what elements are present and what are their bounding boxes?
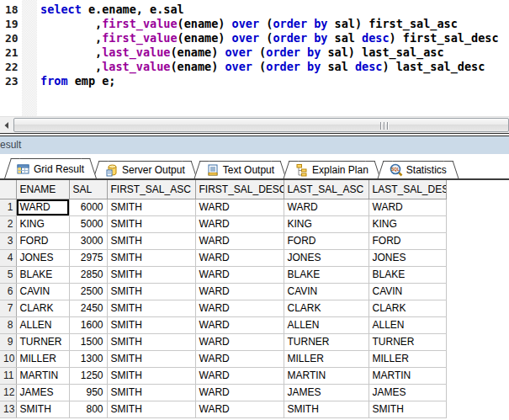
column-header-last_sal_desc[interactable]: LAST_SAL_DESC <box>368 180 446 199</box>
cell-ename[interactable]: FORD <box>16 232 69 249</box>
cell-first_sal_desc[interactable]: WARD <box>195 384 284 401</box>
column-header-last_sal_asc[interactable]: LAST_SAL_ASC <box>284 180 368 199</box>
horizontal-scrollbar[interactable] <box>0 116 509 133</box>
sql-editor[interactable]: 181920212223 select e.ename, e.sal ,firs… <box>0 0 509 116</box>
cell-sal[interactable]: 800 <box>69 401 107 417</box>
cell-last_sal_asc[interactable]: JAMES <box>284 384 368 401</box>
cell-ename[interactable]: WARD <box>16 199 69 215</box>
cell-last_sal_desc[interactable]: JAMES <box>368 384 446 401</box>
cell-first_sal_desc[interactable]: WARD <box>195 350 284 367</box>
column-header-sal[interactable]: SAL <box>69 180 107 199</box>
code-line-23[interactable]: from emp e; <box>40 74 509 88</box>
cell-first_sal_asc[interactable]: SMITH <box>107 316 195 333</box>
code-line-18[interactable]: select e.ename, e.sal <box>40 3 509 17</box>
cell-sal[interactable]: 2450 <box>69 300 107 316</box>
cell-ename[interactable]: KING <box>16 215 69 232</box>
cell-first_sal_asc[interactable]: SMITH <box>107 384 195 401</box>
cell-first_sal_asc[interactable]: SMITH <box>107 333 195 350</box>
cell-ename[interactable]: JAMES <box>16 384 69 401</box>
cell-ename[interactable]: TURNER <box>16 333 69 350</box>
cell-first_sal_desc[interactable]: WARD <box>195 367 284 384</box>
cell-sal[interactable]: 1600 <box>69 316 107 333</box>
row-number-cell[interactable]: 3 <box>0 232 16 249</box>
row-number-cell[interactable]: 7 <box>0 300 16 316</box>
row-number-cell[interactable]: 5 <box>0 266 16 283</box>
cell-last_sal_desc[interactable]: KING <box>368 215 446 232</box>
cell-first_sal_asc[interactable]: SMITH <box>107 350 195 367</box>
cell-first_sal_desc[interactable]: WARD <box>195 249 284 266</box>
code-line-22[interactable]: ,last_value(ename) over (order by sal de… <box>40 60 509 74</box>
column-header-first_sal_asc[interactable]: FIRST_SAL_ASC <box>107 180 195 199</box>
cell-first_sal_desc[interactable]: WARD <box>195 199 284 215</box>
cell-first_sal_asc[interactable]: SMITH <box>107 266 195 283</box>
cell-first_sal_asc[interactable]: SMITH <box>107 283 195 300</box>
column-header-first_sal_desc[interactable]: FIRST_SAL_DESC <box>195 180 284 199</box>
cell-last_sal_desc[interactable]: CAVIN <box>368 283 446 300</box>
row-number-cell[interactable]: 11 <box>0 367 16 384</box>
row-number-cell[interactable]: 10 <box>0 350 16 367</box>
tab-server-output[interactable]: Server Output <box>100 161 190 178</box>
cell-sal[interactable]: 5000 <box>69 215 107 232</box>
cell-last_sal_asc[interactable]: MILLER <box>284 350 368 367</box>
cell-last_sal_desc[interactable]: TURNER <box>368 333 446 350</box>
column-header-ename[interactable]: ENAME <box>16 180 69 199</box>
cell-first_sal_asc[interactable]: SMITH <box>107 215 195 232</box>
cell-sal[interactable]: 2850 <box>69 266 107 283</box>
cell-last_sal_desc[interactable]: CLARK <box>368 300 446 316</box>
cell-ename[interactable]: BLAKE <box>16 266 69 283</box>
row-number-cell[interactable]: 8 <box>0 316 16 333</box>
cell-last_sal_desc[interactable]: MILLER <box>368 350 446 367</box>
scrollbar-thumb[interactable] <box>13 118 509 132</box>
code-line-20[interactable]: ,first_value(ename) over (order by sal d… <box>40 31 509 45</box>
scrollbar-track[interactable] <box>13 117 509 133</box>
cell-last_sal_desc[interactable]: FORD <box>368 232 446 249</box>
cell-last_sal_desc[interactable]: MARTIN <box>368 367 446 384</box>
cell-ename[interactable]: CLARK <box>16 300 69 316</box>
cell-first_sal_asc[interactable]: SMITH <box>107 367 195 384</box>
cell-last_sal_asc[interactable]: BLAKE <box>284 266 368 283</box>
cell-last_sal_asc[interactable]: SMITH <box>284 401 368 417</box>
tab-explain-plan[interactable]: Explain Plan <box>290 161 374 178</box>
row-number-cell[interactable]: 4 <box>0 249 16 266</box>
code-line-21[interactable]: ,last_value(ename) over (order by sal) l… <box>40 45 509 60</box>
cell-sal[interactable]: 1250 <box>69 367 107 384</box>
cell-last_sal_asc[interactable]: ALLEN <box>284 316 368 333</box>
cell-first_sal_desc[interactable]: WARD <box>195 333 284 350</box>
cell-first_sal_asc[interactable]: SMITH <box>107 300 195 316</box>
cell-first_sal_desc[interactable]: WARD <box>195 215 284 232</box>
cell-last_sal_desc[interactable]: JONES <box>368 249 446 266</box>
cell-sal[interactable]: 2500 <box>69 283 107 300</box>
cell-sal[interactable]: 1500 <box>69 333 107 350</box>
scroll-left-button[interactable] <box>0 117 13 133</box>
cell-last_sal_asc[interactable]: TURNER <box>284 333 368 350</box>
cell-ename[interactable]: SMITH <box>16 401 69 417</box>
cell-first_sal_desc[interactable]: WARD <box>195 401 284 417</box>
tab-grid-result[interactable]: Grid Result <box>12 158 89 178</box>
row-number-cell[interactable]: 6 <box>0 283 16 300</box>
cell-last_sal_asc[interactable]: KING <box>284 215 368 232</box>
cell-last_sal_asc[interactable]: FORD <box>284 232 368 249</box>
tab-statistics[interactable]: SQLStatistics <box>384 161 452 178</box>
cell-first_sal_desc[interactable]: WARD <box>195 283 284 300</box>
cell-ename[interactable]: MILLER <box>16 350 69 367</box>
row-number-cell[interactable]: 13 <box>0 401 16 417</box>
cell-ename[interactable]: ALLEN <box>16 316 69 333</box>
cell-last_sal_asc[interactable]: CLARK <box>284 300 368 316</box>
cell-first_sal_asc[interactable]: SMITH <box>107 199 195 215</box>
row-number-cell[interactable]: 12 <box>0 384 16 401</box>
cell-sal[interactable]: 1300 <box>69 350 107 367</box>
cell-sal[interactable]: 950 <box>69 384 107 401</box>
editor-code[interactable]: select e.ename, e.sal ,first_value(ename… <box>37 0 509 116</box>
code-line-19[interactable]: ,first_value(ename) over (order by sal) … <box>40 17 509 31</box>
cell-first_sal_desc[interactable]: WARD <box>195 266 284 283</box>
cell-last_sal_desc[interactable]: ALLEN <box>368 316 446 333</box>
cell-last_sal_desc[interactable]: SMITH <box>368 401 446 417</box>
row-number-cell[interactable]: 1 <box>0 199 16 215</box>
cell-first_sal_asc[interactable]: SMITH <box>107 232 195 249</box>
cell-sal[interactable]: 3000 <box>69 232 107 249</box>
cell-last_sal_asc[interactable]: WARD <box>284 199 368 215</box>
cell-last_sal_asc[interactable]: CAVIN <box>284 283 368 300</box>
cell-first_sal_desc[interactable]: WARD <box>195 316 284 333</box>
cell-first_sal_desc[interactable]: WARD <box>195 300 284 316</box>
grid-corner-cell[interactable] <box>0 180 16 199</box>
